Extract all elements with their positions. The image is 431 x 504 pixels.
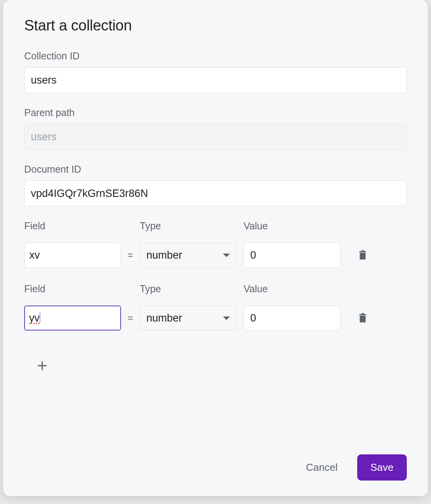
field-name-input[interactable]: yv xyxy=(24,306,121,331)
collection-id-group: Collection ID xyxy=(24,50,407,93)
field-value-input[interactable] xyxy=(244,306,340,331)
field-type-label: Type xyxy=(140,283,237,295)
parent-path-label: Parent path xyxy=(24,107,407,118)
field-name-label: Field xyxy=(24,283,121,295)
field-type-value: number xyxy=(146,249,182,261)
dialog-actions: Cancel Save xyxy=(24,454,407,481)
field-row: Field Type Value = number xyxy=(24,220,407,268)
field-name-value: yv xyxy=(29,312,40,324)
field-name-input[interactable] xyxy=(24,243,121,268)
start-collection-dialog: Start a collection Collection ID Parent … xyxy=(3,0,428,496)
field-value-label: Value xyxy=(244,220,340,232)
equals-symbol: = xyxy=(121,313,140,323)
trash-icon[interactable] xyxy=(357,311,369,325)
field-type-select[interactable]: number xyxy=(140,306,237,331)
field-name-label: Field xyxy=(24,220,121,232)
parent-path-group: Parent path xyxy=(24,107,407,150)
document-id-label: Document ID xyxy=(24,164,407,175)
field-header-row: Field Type Value xyxy=(24,283,407,300)
collection-id-label: Collection ID xyxy=(24,50,407,62)
dialog-title: Start a collection xyxy=(24,17,407,34)
document-id-input[interactable] xyxy=(24,181,407,206)
parent-path-input xyxy=(24,124,407,150)
equals-symbol: = xyxy=(121,250,140,261)
field-value-label: Value xyxy=(244,283,340,295)
field-input-row: yv = number xyxy=(24,306,340,331)
field-header-row: Field Type Value xyxy=(24,220,407,237)
add-field-button[interactable] xyxy=(30,353,55,378)
document-id-group: Document ID xyxy=(24,164,407,206)
field-row: Field Type Value yv = number xyxy=(24,283,407,331)
plus-icon xyxy=(36,359,49,372)
trash-icon[interactable] xyxy=(357,248,369,262)
field-type-label: Type xyxy=(140,220,237,232)
chevron-down-icon xyxy=(223,254,230,257)
cancel-button[interactable]: Cancel xyxy=(298,456,346,479)
field-type-select[interactable]: number xyxy=(140,243,237,268)
chevron-down-icon xyxy=(223,316,230,320)
collection-id-input[interactable] xyxy=(24,67,407,93)
field-value-input[interactable] xyxy=(244,243,340,268)
field-type-value: number xyxy=(146,312,182,324)
field-input-row: = number xyxy=(24,243,340,268)
text-cursor xyxy=(40,312,41,323)
save-button[interactable]: Save xyxy=(357,454,407,481)
